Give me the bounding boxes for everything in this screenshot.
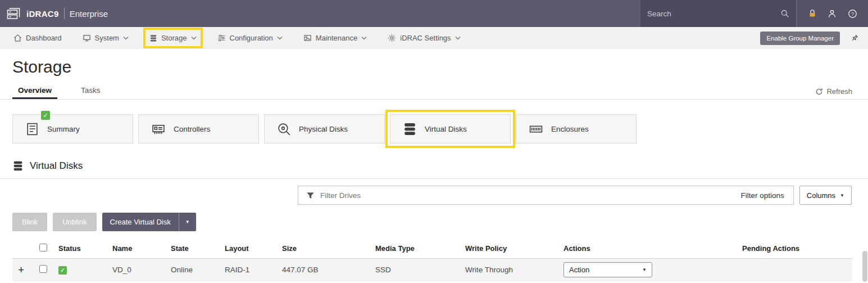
pin-icon[interactable] — [850, 34, 859, 43]
nav-label: Maintenance — [316, 34, 357, 42]
name-cell: DATA — [109, 281, 167, 283]
pending-actions-cell — [739, 281, 852, 283]
select-all-checkbox[interactable] — [39, 244, 47, 251]
svg-text:?: ? — [851, 11, 853, 16]
tabs-row: Overview Tasks Refresh — [12, 82, 868, 99]
table-row: + ✓ DATA Online RAID-6 60798.38 GB SSD W… — [12, 281, 852, 283]
action-select-value: Action — [569, 266, 589, 274]
tabs-divider — [0, 99, 868, 100]
monitor-icon — [83, 34, 91, 42]
main-nav: Dashboard System Storage — [0, 27, 868, 49]
filter-options-link[interactable]: Filter options — [740, 191, 793, 200]
caret-down-icon: ▼ — [840, 193, 844, 198]
vd-toolbar: Blink Unblink Create Virtual Disk ▼ — [12, 213, 868, 231]
search-icon[interactable] — [780, 9, 789, 18]
search-box — [640, 0, 796, 27]
create-virtual-disk-button[interactable]: Create Virtual Disk ▼ — [102, 213, 196, 231]
write-policy-cell: Write Through — [462, 259, 560, 281]
filter-row: Filter options Columns ▼ — [12, 186, 868, 205]
caret-down-icon: ▼ — [185, 219, 190, 224]
brand: iDRAC9 Enterprise — [0, 0, 108, 27]
action-select[interactable]: Action ▼ — [563, 262, 652, 277]
refresh-label: Refresh — [826, 87, 852, 96]
filter-funnel-icon — [306, 191, 315, 200]
search-input[interactable] — [647, 10, 780, 18]
topbar-icon-group: ? — [796, 0, 868, 27]
physical-disk-icon — [277, 122, 291, 136]
layout-cell: RAID-6 — [221, 281, 279, 283]
nav-item-system[interactable]: System — [83, 34, 129, 42]
nav-item-configuration[interactable]: Configuration — [217, 34, 283, 42]
expand-column-header — [12, 239, 35, 259]
create-dropdown-toggle[interactable]: ▼ — [179, 213, 196, 231]
expand-row-button[interactable]: + — [12, 259, 35, 281]
col-size: Size — [279, 239, 372, 259]
col-state: State — [167, 239, 221, 259]
storage-disks-icon — [149, 34, 157, 42]
idrac-logo-icon — [7, 7, 21, 20]
select-all-header — [35, 239, 55, 259]
brand-name: iDRAC9 — [26, 9, 59, 19]
col-layout: Layout — [221, 239, 279, 259]
filter-box: Filter options — [298, 186, 794, 205]
sliders-icon — [217, 34, 226, 42]
nav-label: Dashboard — [26, 34, 62, 42]
brand-divider — [64, 8, 65, 19]
card-controllers[interactable]: Controllers — [138, 114, 259, 143]
card-enclosures[interactable]: Enclosures — [516, 114, 637, 143]
row-checkbox[interactable] — [39, 265, 47, 273]
col-write-policy: Write Policy — [462, 239, 560, 259]
card-virtual-disks[interactable]: Virtual Disks — [390, 114, 511, 143]
col-media-type: Media Type — [372, 239, 462, 259]
col-actions: Actions — [560, 239, 739, 259]
virtual-disks-icon — [403, 122, 417, 136]
state-cell: Online — [167, 281, 221, 283]
nav-item-dashboard[interactable]: Dashboard — [13, 34, 62, 42]
columns-button[interactable]: Columns ▼ — [799, 186, 852, 205]
media-type-cell: SSD — [372, 259, 462, 281]
lock-icon[interactable] — [808, 9, 817, 18]
card-summary[interactable]: ✓ Summary — [12, 114, 133, 143]
maintenance-icon — [303, 34, 312, 42]
page-title: Storage — [12, 57, 868, 77]
nav-item-idrac-settings[interactable]: iDRAC Settings — [388, 34, 460, 42]
write-policy-cell: Write Back — [462, 281, 560, 283]
summary-document-icon — [25, 122, 39, 136]
nav-item-storage[interactable]: Storage — [149, 34, 197, 42]
unblink-button[interactable]: Unblink — [53, 213, 96, 231]
create-virtual-disk-label: Create Virtual Disk — [102, 213, 179, 231]
refresh-button[interactable]: Refresh — [815, 87, 852, 99]
col-pending-actions: Pending Actions — [739, 239, 852, 259]
nav-label: System — [95, 34, 119, 42]
card-label: Summary — [47, 125, 80, 133]
col-status: Status — [55, 239, 109, 259]
table-row: + ✓ VD_0 Online RAID-1 447.07 GB SSD Wri… — [12, 259, 852, 281]
filter-drives-input[interactable] — [320, 191, 740, 200]
card-label: Virtual Disks — [425, 125, 467, 133]
layout-cell: RAID-1 — [221, 259, 279, 281]
card-label: Enclosures — [551, 125, 589, 133]
card-physical-disks[interactable]: Physical Disks — [264, 114, 385, 143]
gear-icon — [388, 34, 396, 42]
tab-tasks[interactable]: Tasks — [75, 82, 106, 99]
blink-button[interactable]: Blink — [12, 213, 47, 231]
expand-row-button[interactable]: + — [12, 281, 35, 283]
help-icon[interactable]: ? — [848, 9, 857, 19]
section-head: Virtual Disks — [12, 160, 868, 178]
size-cell: 60798.38 GB — [279, 281, 372, 283]
status-cell: ✓ — [55, 259, 109, 281]
tab-overview[interactable]: Overview — [12, 82, 57, 99]
state-cell: Online — [167, 259, 221, 281]
card-label: Physical Disks — [299, 125, 348, 133]
nav-item-maintenance[interactable]: Maintenance — [303, 34, 367, 42]
size-cell: 447.07 GB — [279, 259, 372, 281]
refresh-icon — [815, 88, 823, 96]
card-label: Controllers — [174, 125, 210, 133]
pending-actions-cell — [739, 259, 852, 281]
enable-group-manager-button[interactable]: Enable Group Manager — [760, 32, 840, 45]
nav-label: Storage — [161, 34, 187, 42]
vertical-scrollbar-thumb[interactable] — [862, 251, 867, 282]
home-icon — [13, 34, 22, 42]
storage-cards: ✓ Summary Controllers — [12, 114, 868, 143]
user-icon[interactable] — [828, 9, 837, 18]
